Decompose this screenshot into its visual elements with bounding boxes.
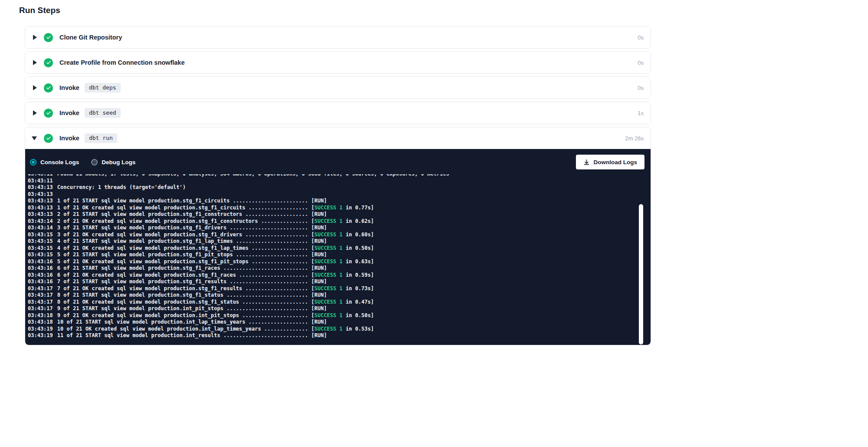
command-chip: dbt deps [85,83,121,93]
log-line: 03:43:1911 of 21 START sql view model pr… [28,332,635,339]
caret-right-icon[interactable] [33,60,37,65]
log-timestamp: 03:43:18 [28,312,53,318]
log-message: 10 of 21 START sql view model production… [57,319,327,325]
log-line: 03:43:13 [28,191,635,198]
log-line: 03:43:165 of 21 OK created sql view mode… [28,258,635,265]
log-timestamp: 03:43:15 [28,232,53,238]
step-duration: 0s [638,34,644,41]
log-message: 5 of 21 START sql view model production.… [57,252,327,258]
log-timestamp: 03:43:15 [28,238,53,244]
console-logs-radio[interactable]: Console Logs [30,159,79,166]
log-success-badge: SUCCESS 1 [314,205,342,211]
caret-wrap [32,35,44,40]
caret-right-icon[interactable] [33,35,37,40]
log-line: 03:43:132 of 21 START sql view model pro… [28,211,635,218]
log-message: 5 of 21 OK created sql view model produc… [57,258,374,265]
log-line: 03:43:178 of 21 START sql view model pro… [28,292,635,299]
log-line: 03:43:154 of 21 START sql view model pro… [28,238,635,245]
log-timestamp: 03:43:15 [28,245,53,251]
debug-logs-radio[interactable]: Debug Logs [91,159,135,166]
log-message: 10 of 21 OK created sql view model produ… [57,326,374,332]
step-header-invoke-dbt-seed[interactable]: Invoke dbt seed 1s [25,102,651,124]
caret-right-icon[interactable] [33,110,37,116]
log-message: 9 of 21 OK created sql view model produc… [57,312,374,318]
log-timestamp: 03:43:11 [28,174,53,177]
log-message: 4 of 21 START sql view model production.… [57,238,327,244]
log-line: 03:43:153 of 21 OK created sql view mode… [28,232,635,238]
step-invoke-dbt-seed: Invoke dbt seed 1s [25,102,651,124]
log-message: 2 of 21 START sql view model production.… [57,211,327,217]
log-line: 03:43:166 of 21 OK created sql view mode… [28,272,635,279]
check-circle-icon [44,134,53,143]
log-timestamp: 03:43:17 [28,299,53,305]
download-logs-label: Download Logs [594,159,638,166]
caret-right-icon[interactable] [33,85,37,90]
step-duration: 1s [638,110,644,116]
log-timestamp: 03:43:13 [28,184,53,190]
check-circle-icon [44,83,53,93]
log-message: 8 of 21 OK created sql view model produc… [57,299,374,305]
log-timestamp: 03:43:15 [28,252,53,258]
log-success-badge: SUCCESS 1 [314,218,342,224]
log-line: 03:43:11Found 21 models, 17 tests, 0 sna… [28,174,635,178]
log-message: Concurrency: 1 threads (target='default'… [57,184,186,190]
log-timestamp: 03:43:13 [28,205,53,211]
log-line: 03:43:155 of 21 START sql view model pro… [28,252,635,258]
log-line: 03:43:1810 of 21 START sql view model pr… [28,319,635,326]
command-chip: dbt seed [85,108,121,118]
log-timestamp: 03:43:16 [28,265,53,271]
log-timestamp: 03:43:17 [28,292,53,298]
log-line: 03:43:11 [28,178,635,185]
log-line: 03:43:166 of 21 START sql view model pro… [28,265,635,272]
caret-wrap [32,110,44,116]
step-label: Invoke [59,84,79,91]
log-success-badge: SUCCESS 1 [314,285,342,291]
log-timestamp: 03:43:13 [28,191,53,197]
log-message: 6 of 21 OK created sql view model produc… [57,272,374,278]
page-title: Run Steps [19,6,868,15]
step-duration: 0s [638,85,644,91]
step-header-clone-git-repository[interactable]: Clone Git Repository 0s [25,26,651,48]
step-header-invoke-dbt-run[interactable]: Invoke dbt run 2m 26s [25,127,651,149]
step-label: Create Profile from Connection snowflake [59,59,184,66]
caret-wrap [32,85,44,90]
download-logs-button[interactable]: Download Logs [576,155,645,169]
log-line: 03:43:13Concurrency: 1 threads (target='… [28,184,635,191]
log-timestamp: 03:43:16 [28,272,53,278]
console-scrollbar-thumb[interactable] [639,204,643,344]
log-line: 03:43:178 of 21 OK created sql view mode… [28,299,635,306]
log-success-badge: SUCCESS 1 [314,245,342,251]
log-timestamp: 03:43:13 [28,211,53,217]
step-duration: 0s [638,60,644,66]
step-label: Invoke [59,135,79,142]
console-toolbar: Console Logs Debug Logs Download Logs [25,149,651,174]
radio-unselected-icon[interactable] [91,159,98,166]
log-message: 1 of 21 OK created sql view model produc… [57,205,374,211]
log-line: 03:43:142 of 21 OK created sql view mode… [28,218,635,225]
log-timestamp: 03:43:17 [28,285,53,291]
log-message: 1 of 21 START sql view model production.… [57,198,327,204]
step-header-create-profile[interactable]: Create Profile from Connection snowflake… [25,52,651,73]
log-line: 03:43:189 of 21 OK created sql view mode… [28,312,635,319]
log-line: 03:43:177 of 21 OK created sql view mode… [28,285,635,292]
log-success-badge: SUCCESS 1 [314,299,342,305]
log-message: 6 of 21 START sql view model production.… [57,265,327,271]
log-success-badge: SUCCESS 1 [314,232,342,238]
check-circle-icon [44,33,53,42]
download-icon [583,159,590,166]
log-success-badge: SUCCESS 1 [314,326,342,332]
step-clone-git-repository: Clone Git Repository 0s [25,26,651,49]
log-timestamp: 03:43:13 [28,198,53,204]
log-line: 03:43:154 of 21 OK created sql view mode… [28,245,635,252]
log-message: 11 of 21 START sql view model production… [57,332,327,338]
log-line: 03:43:179 of 21 START sql view model pro… [28,305,635,312]
log-timestamp: 03:43:14 [28,218,53,224]
step-header-invoke-dbt-deps[interactable]: Invoke dbt deps 0s [25,77,651,99]
log-message: 7 of 21 START sql view model production.… [57,278,327,285]
caret-down-icon[interactable] [32,136,37,140]
radio-selected-icon[interactable] [30,159,36,166]
radio-label: Console Logs [40,159,79,166]
log-timestamp: 03:43:11 [28,178,53,184]
log-timestamp: 03:43:17 [28,305,53,311]
radio-label: Debug Logs [102,159,135,166]
